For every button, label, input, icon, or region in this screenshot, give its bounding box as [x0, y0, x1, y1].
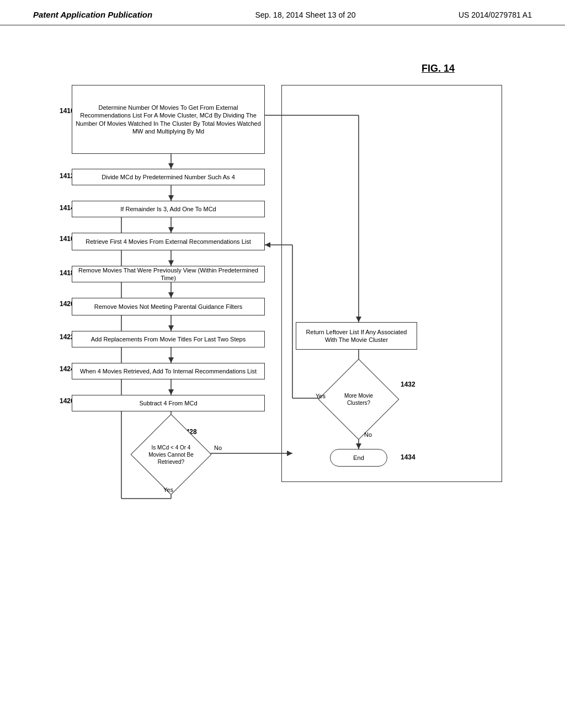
box-1434: End	[330, 449, 387, 467]
svg-marker-19	[287, 451, 292, 456]
label-1432: 1432	[401, 381, 415, 388]
box-1430: Return Leftover List If Any Associated W…	[296, 322, 417, 350]
box-1410: Determine Number Of Movies To Get From E…	[72, 85, 265, 154]
box-1412: Divide MCd by Predetermined Number Such …	[72, 169, 265, 185]
svg-marker-9	[168, 292, 174, 298]
page-header: Patent Application Publication Sep. 18, …	[0, 0, 565, 25]
diagram-area: FIG. 14	[0, 30, 565, 692]
label-1434: 1434	[401, 453, 415, 461]
svg-marker-11	[168, 325, 174, 331]
header-center: Sep. 18, 2014 Sheet 13 of 20	[255, 10, 355, 19]
box-1416: Retrieve First 4 Movies From External Re…	[72, 233, 265, 250]
header-right: US 2014/0279781 A1	[459, 10, 532, 19]
outer-border-box	[281, 85, 502, 482]
box-1424: When 4 Movies Retrieved, Add To Internal…	[72, 363, 265, 379]
yes-label-1432: Yes	[316, 393, 326, 399]
svg-marker-1	[168, 163, 174, 169]
svg-marker-29	[356, 317, 361, 322]
svg-marker-7	[168, 260, 174, 266]
svg-marker-13	[168, 357, 174, 363]
box-1422: Add Replacements From Movie Titles For L…	[72, 331, 265, 347]
diamond-1428: Is MCd < 4 Or 4 Movies Cannot Be Retriev…	[142, 426, 200, 483]
svg-marker-35	[356, 443, 361, 449]
box-1426: Subtract 4 From MCd	[72, 395, 265, 411]
box-1414: If Remainder Is 3, Add One To MCd	[72, 201, 265, 217]
header-left: Patent Application Publication	[33, 10, 152, 19]
diamond-1432: More Movie Clusters?	[330, 371, 387, 428]
svg-marker-3	[168, 195, 174, 201]
svg-marker-33	[265, 242, 270, 248]
yes-label-1428: Yes	[163, 486, 173, 493]
box-1418: Remove Movies That Were Previously View …	[72, 266, 265, 282]
box-1420: Remove Movies Not Meeting Parental Guida…	[72, 298, 265, 315]
svg-marker-15	[168, 389, 174, 395]
no-label-1428: No	[214, 445, 222, 451]
no-label-1432: No	[364, 431, 372, 438]
figure-label: FIG. 14	[422, 63, 455, 74]
svg-marker-5	[168, 227, 174, 233]
